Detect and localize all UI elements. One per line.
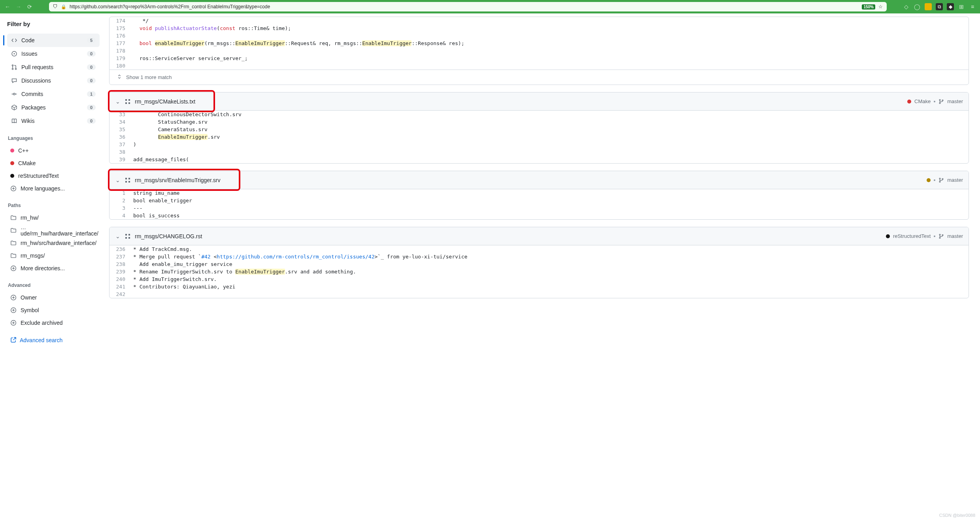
reload-icon[interactable]: ⟳ <box>26 3 33 10</box>
path-filter[interactable]: rm_hw/ <box>7 211 100 224</box>
line-number: 240 <box>110 275 130 283</box>
filter-wikis[interactable]: Wikis0 <box>7 114 100 128</box>
code-line[interactable]: 241* Contributors: QiayuanLiao, yezi <box>110 283 969 290</box>
code-line[interactable]: 34 StatusChange.srv <box>110 118 969 126</box>
extensions-icon[interactable]: ⊞ <box>958 3 965 10</box>
language-filter-restructuredtext[interactable]: reStructuredText <box>7 170 100 182</box>
svg-point-24 <box>942 178 943 179</box>
advanced-symbol[interactable]: Symbol <box>7 304 100 317</box>
svg-point-31 <box>942 234 943 236</box>
code-line[interactable]: 35 CameraStatus.srv <box>110 126 969 133</box>
code-line[interactable]: 180 <box>110 62 969 70</box>
code-content: EnableImuTrigger.srv <box>130 133 969 141</box>
code-line[interactable]: 4bool is_success <box>110 212 969 219</box>
plus-circle-icon <box>10 320 17 326</box>
path-filter[interactable]: …ude/rm_hw/hardware_interface/ <box>7 224 100 237</box>
more-directories-link[interactable]: More directories... <box>7 262 100 275</box>
code-line[interactable]: 237* Merge pull request `#42 <https://gi… <box>110 253 969 260</box>
line-number: 39 <box>110 156 130 163</box>
url-bar[interactable]: ⛉ 🔒 https://github.com/search?q=repo%3Ar… <box>49 2 887 11</box>
branch-icon <box>938 99 944 104</box>
svg-rect-14 <box>128 102 130 104</box>
pocket-icon[interactable]: ◇ <box>903 3 910 10</box>
code-line[interactable]: 38 <box>110 148 969 156</box>
path-filter[interactable]: rm_hw/src/hardware_interface/ <box>7 237 100 249</box>
code-line[interactable]: 240* Add ImuTriggerSwitch.srv. <box>110 275 969 283</box>
nav-back-icon[interactable]: ← <box>4 3 11 10</box>
file-path[interactable]: rm_msgs/CHANGELOG.rst <box>135 233 202 239</box>
ext-icon-3[interactable]: ◆ <box>947 3 954 10</box>
wiki-icon <box>11 118 17 124</box>
filter-commits[interactable]: Commits1 <box>7 87 100 101</box>
language-color-dot <box>10 149 14 153</box>
line-number: 36 <box>110 133 130 141</box>
code-line[interactable]: 37) <box>110 141 969 148</box>
language-color-dot <box>10 161 14 165</box>
filter-pull-requests[interactable]: Pull requests0 <box>7 60 100 74</box>
code-line[interactable]: 174 */ <box>110 17 969 24</box>
account-icon[interactable]: ◯ <box>914 3 921 10</box>
filter-issues[interactable]: Issues0 <box>7 47 100 60</box>
svg-rect-27 <box>125 237 127 239</box>
code-line[interactable]: 238 Add enable_imu_trigger service <box>110 260 969 268</box>
svg-point-22 <box>939 178 940 179</box>
code-line[interactable]: 33 ContinousDetectorSwitch.srv <box>110 111 969 118</box>
advanced-owner[interactable]: Owner <box>7 291 100 304</box>
filter-packages[interactable]: Packages0 <box>7 101 100 114</box>
menu-icon[interactable]: ≡ <box>969 3 976 10</box>
branch-name[interactable]: master <box>947 177 963 183</box>
language-filter-cpp[interactable]: C++ <box>7 144 100 157</box>
chevron-down-icon[interactable]: ⌄ <box>115 177 121 183</box>
separator-dot <box>934 236 935 237</box>
branch-name[interactable]: master <box>947 98 963 104</box>
code-content: bool enable_trigger <box>130 197 969 204</box>
branch-name[interactable]: master <box>947 233 963 239</box>
code-line[interactable]: 36 EnableImuTrigger.srv <box>110 133 969 141</box>
advanced-exclude-archived[interactable]: Exclude archived <box>7 317 100 329</box>
code-line[interactable]: 2bool enable_trigger <box>110 197 969 204</box>
grid-icon[interactable] <box>125 233 131 239</box>
disc-icon <box>11 77 17 84</box>
filter-discussions[interactable]: Discussions0 <box>7 74 100 87</box>
show-more-matches[interactable]: Show 1 more match <box>110 70 969 85</box>
line-number: 177 <box>110 40 130 47</box>
code-line[interactable]: 177 bool enableImuTrigger(rm_msgs::Enabl… <box>110 40 969 47</box>
code-content: * Rename ImuTriggerSwitch.srv to EnableI… <box>130 268 969 275</box>
path-filter[interactable]: rm_msgs/ <box>7 249 100 262</box>
ext-icon-1[interactable] <box>925 3 932 10</box>
filter-code[interactable]: Code5 <box>7 34 100 47</box>
code-line[interactable]: 178 <box>110 47 969 55</box>
code-line[interactable]: 239* Rename ImuTriggerSwitch.srv to Enab… <box>110 268 969 275</box>
nav-forward-icon[interactable]: → <box>15 3 22 10</box>
advanced-list: OwnerSymbolExclude archived <box>7 291 100 329</box>
code-line[interactable]: 3--- <box>110 204 969 212</box>
code-content: bool enableImuTrigger(rm_msgs::EnableImu… <box>130 40 969 47</box>
code-line[interactable]: 242 <box>110 290 969 298</box>
file-path[interactable]: rm_msgs/CMakeLists.txt <box>135 98 195 105</box>
code-line[interactable]: 236* Add TrackCmd.msg. <box>110 245 969 253</box>
advanced-search-link[interactable]: Advanced search <box>7 334 100 347</box>
file-path[interactable]: rm_msgs/srv/EnableImuTrigger.srv <box>135 177 221 183</box>
more-languages-link[interactable]: More languages... <box>7 182 100 195</box>
search-results: 174 */175 void publishActuatorState(cons… <box>106 13 980 354</box>
bookmark-star-icon[interactable]: ☆ <box>878 4 883 9</box>
grid-icon[interactable] <box>125 177 131 183</box>
zoom-badge[interactable]: 150% <box>862 4 875 9</box>
code-line[interactable]: 175 void publishActuatorState(const ros:… <box>110 24 969 32</box>
language-filter-cmake[interactable]: CMake <box>7 157 100 170</box>
paths-section-title: Paths <box>8 203 100 208</box>
shield-icon: ⛉ <box>53 4 58 9</box>
code-line[interactable]: 179 ros::ServiceServer service_server_; <box>110 55 969 62</box>
branch-icon <box>938 177 944 183</box>
ext-icon-2[interactable]: ⧉ <box>936 3 943 10</box>
chevron-down-icon[interactable]: ⌄ <box>115 98 121 105</box>
folder-icon <box>10 227 17 234</box>
line-number: 237 <box>110 253 130 260</box>
chevron-down-icon[interactable]: ⌄ <box>115 233 121 239</box>
line-number: 4 <box>110 212 130 219</box>
code-line[interactable]: 39add_message_files( <box>110 156 969 163</box>
grid-icon[interactable] <box>125 98 131 105</box>
code-line[interactable]: 1string imu_name <box>110 189 969 197</box>
code-line[interactable]: 176 <box>110 32 969 40</box>
line-number: 176 <box>110 32 130 40</box>
